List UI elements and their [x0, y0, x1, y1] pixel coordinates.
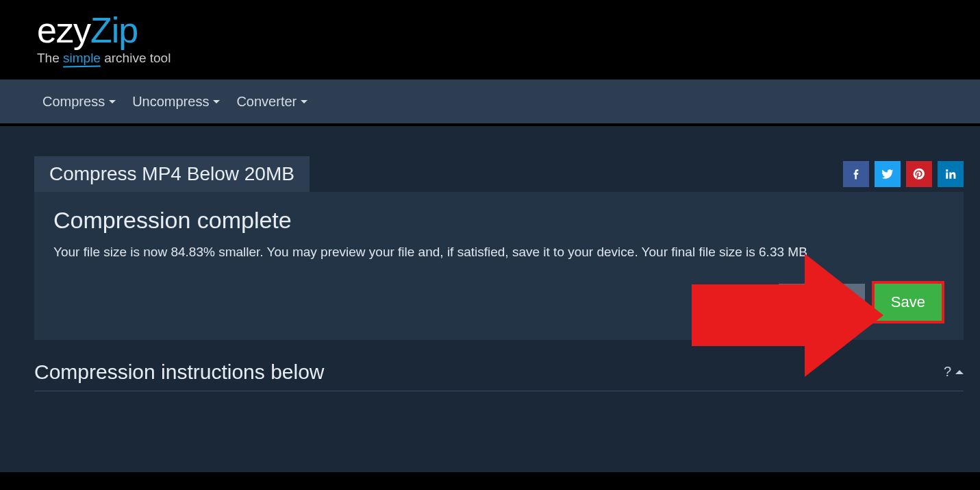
help-icon: ?: [944, 364, 951, 380]
nav-uncompress[interactable]: Uncompress: [127, 87, 225, 117]
nav-compress[interactable]: Compress: [37, 87, 121, 117]
logo[interactable]: ezyZip The simple archive tool: [37, 12, 980, 66]
preview-button[interactable]: Preview: [779, 284, 865, 321]
instructions-title: Compression instructions below: [34, 360, 325, 384]
page-tab[interactable]: Compress MP4 Below 20MB: [34, 156, 310, 192]
save-button[interactable]: Save: [872, 281, 944, 323]
chevron-down-icon: [213, 100, 220, 103]
tagline: The simple archive tool: [37, 51, 171, 66]
facebook-button[interactable]: [843, 161, 869, 187]
actions-row: Preview Save: [53, 281, 944, 323]
linkedin-icon: [944, 167, 957, 181]
panel-text: Your file size is now 84.83% smaller. Yo…: [53, 243, 944, 262]
chevron-down-icon: [301, 100, 307, 103]
social-buttons: [843, 161, 964, 187]
tagline-prefix: The: [37, 51, 63, 65]
pinterest-button[interactable]: [906, 161, 932, 187]
chevron-up-icon: [955, 370, 964, 374]
instructions-section: Compression instructions below ?: [34, 360, 964, 391]
page-top: Compress MP4 Below 20MB: [34, 156, 964, 192]
twitter-button[interactable]: [875, 161, 901, 187]
tagline-suffix: archive tool: [101, 51, 171, 65]
main-content: Compress MP4 Below 20MB Compression comp…: [0, 126, 980, 472]
nav-converter[interactable]: Converter: [231, 87, 313, 117]
twitter-icon: [881, 167, 894, 181]
logo-part1: ezy: [37, 10, 90, 50]
header: ezyZip The simple archive tool: [0, 0, 980, 78]
nav-compress-label: Compress: [42, 94, 105, 110]
logo-part2: Zip: [90, 10, 138, 50]
facebook-icon: [849, 167, 863, 181]
panel-title: Compression complete: [53, 207, 944, 234]
nav-converter-label: Converter: [236, 94, 297, 110]
result-panel: Compression complete Your file size is n…: [34, 192, 964, 340]
chevron-down-icon: [109, 100, 116, 103]
linkedin-button[interactable]: [938, 161, 964, 187]
tagline-highlight: simple: [63, 51, 101, 66]
pinterest-icon: [912, 167, 926, 181]
logo-text: ezyZip: [37, 12, 138, 48]
navbar: Compress Uncompress Converter: [0, 78, 980, 126]
nav-uncompress-label: Uncompress: [132, 94, 209, 110]
page-tab-label: Compress MP4 Below 20MB: [49, 163, 294, 184]
help-toggle[interactable]: ?: [944, 364, 964, 380]
